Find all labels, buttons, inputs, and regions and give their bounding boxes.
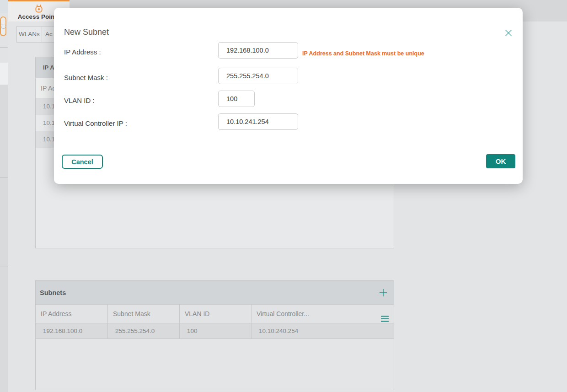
ip-address-input[interactable] [218,42,298,59]
virtual-controller-ip-input[interactable] [218,113,298,130]
sidebar-divider [0,267,8,267]
cell-ip-address: 192.168.100.0 [36,323,108,338]
subnets-table-empty-body [35,339,394,390]
subnets-section: Subnets IP Address Subnet Mask VLAN ID V… [35,280,394,390]
subnet-mask-input[interactable] [218,68,298,84]
ip-address-label: IP Address : [64,48,101,56]
cell-subnet-mask: 255.255.254.0 [108,323,180,338]
add-subnet-plus-icon[interactable] [379,289,387,297]
cancel-button[interactable]: Cancel [62,155,103,169]
column-header-label: Virtual Controller... [257,310,309,317]
tab-wlans[interactable]: WLANs [16,26,42,43]
subnets-column-header-row: IP Address Subnet Mask VLAN ID Virtual C… [35,304,394,323]
cell-vlan-id: 100 [180,323,251,338]
modal-title: New Subnet [64,27,109,37]
sidebar-divider [0,47,8,48]
column-header-subnet-mask: Subnet Mask [108,305,180,323]
loading-spinner-icon [1,24,6,29]
column-header-ip-address: IP Address [36,305,108,323]
column-header-vlan-id: VLAN ID [180,305,251,323]
subnets-header: Subnets [35,280,394,304]
vlan-id-label: VLAN ID : [64,97,95,104]
subnet-mask-label: Subnet Mask : [64,74,108,81]
cell-virtual-controller: 10.10.240.254 [251,323,394,338]
sidebar-segment [0,63,8,85]
table-menu-icon[interactable] [381,311,389,317]
close-icon[interactable] [504,29,513,37]
subnet-table-row[interactable]: 192.168.100.0 255.255.254.0 100 10.10.24… [35,323,394,339]
left-sidebar-strip [0,0,8,392]
sidebar-segment [0,0,8,13]
sidebar-divider [0,177,8,178]
active-tab-accent [8,0,70,1]
validation-error-message: IP Address and Subnet Mask must be uniqu… [302,50,424,57]
access-point-icon [34,4,43,13]
subnets-title: Subnets [40,281,66,305]
vlan-id-input[interactable] [218,91,255,107]
virtual-controller-ip-label: Virtual Controller IP : [64,119,127,127]
screen: Access Points WLANs Ac IP Ad IP Add 10.1… [0,0,567,392]
new-subnet-modal: New Subnet IP Address : IP Address and S… [54,8,523,184]
column-header-virtual-controller: Virtual Controller... [251,305,394,323]
ok-button[interactable]: OK [486,154,515,168]
